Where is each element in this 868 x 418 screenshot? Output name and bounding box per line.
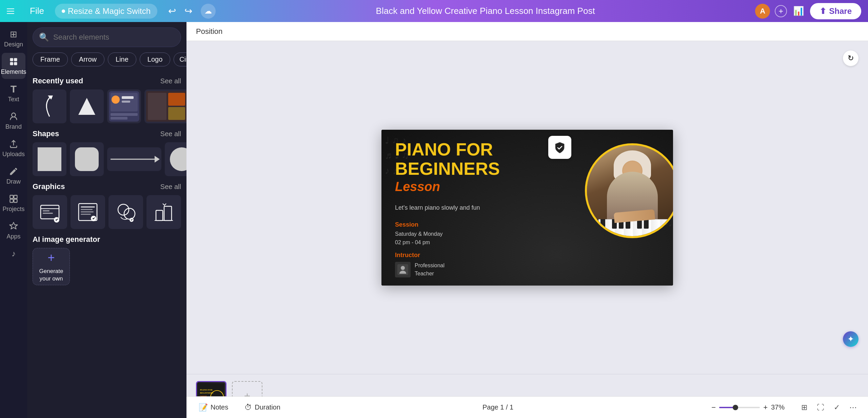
redo-button[interactable]: ↪	[182, 4, 195, 18]
notes-button[interactable]: 📝 Notes	[195, 400, 232, 415]
tag-circle[interactable]: Circle ›	[174, 53, 186, 66]
grid-view-button[interactable]: ⊞	[797, 401, 811, 414]
zoom-minus[interactable]: −	[711, 403, 716, 412]
duration-button[interactable]: ⏱ Duration	[240, 400, 284, 415]
sidebar-item-elements[interactable]: Elements	[2, 53, 25, 79]
tag-arrow[interactable]: Arrow	[71, 53, 104, 66]
graphics-title: Graphics	[33, 182, 65, 191]
sidebar-item-brand[interactable]: Brand	[2, 108, 25, 134]
recently-used-section: Recently used See all	[33, 77, 181, 85]
session-time: 02 pm - 04 pm	[395, 238, 443, 247]
shapes-section: Shapes See all	[33, 129, 181, 138]
user-avatar[interactable]: A	[755, 4, 770, 19]
more-options-button[interactable]: ⋯	[846, 401, 860, 414]
tag-line[interactable]: Line	[108, 53, 136, 66]
design-icon: ⊞	[8, 29, 19, 40]
recent-item-template[interactable]	[144, 89, 186, 123]
beginners-text: BEGINNERS	[395, 159, 500, 179]
resize-magic-switch-button[interactable]: Resize & Magic Switch	[55, 4, 157, 19]
share-button[interactable]: ⬆ Share	[810, 3, 861, 19]
position-label: Position	[196, 27, 222, 36]
shape-arrow-line[interactable]	[107, 147, 161, 171]
svg-rect-42	[164, 206, 172, 221]
graphics-grid	[33, 195, 181, 229]
graphic-item-4[interactable]	[146, 195, 181, 229]
graphics-see-all[interactable]: See all	[160, 183, 181, 191]
magic-assist-button[interactable]: ✦	[843, 331, 859, 347]
svg-rect-22	[38, 147, 61, 171]
sidebar-item-text[interactable]: T Text	[2, 80, 25, 106]
design-title-block: PIANO FOR BEGINNERS Lesson	[395, 140, 500, 195]
instructor-block: Intructor Professional Teacher	[395, 252, 445, 278]
sidebar-item-projects[interactable]: Projects	[2, 190, 25, 216]
position-bar: Position	[186, 22, 868, 41]
svg-rect-27	[41, 205, 59, 219]
session-block: Session Saturday & Monday 02 pm - 04 pm	[395, 221, 443, 247]
canvas-viewport[interactable]: ↻ ♩ ♫ ♪♬ ♩ ♫♪ ♬ ♩ 𝄞♬♫ PIANO FOR BEGI	[186, 41, 868, 374]
svg-rect-3	[14, 62, 17, 65]
shape-square[interactable]	[33, 142, 66, 176]
tag-logo[interactable]: Logo	[140, 53, 171, 66]
add-collaborator-button[interactable]: +	[775, 5, 787, 17]
ai-image-generator-section: AI image generator + Generate your own	[33, 235, 181, 285]
graphic-item-1[interactable]	[33, 195, 67, 229]
shape-rounded-rect[interactable]	[70, 142, 104, 176]
file-button[interactable]: File	[24, 3, 50, 19]
music-icon: ♪	[8, 248, 19, 259]
svg-rect-23	[75, 147, 99, 171]
svg-rect-16	[111, 113, 138, 116]
recently-used-see-all[interactable]: See all	[160, 77, 181, 85]
share-icon: ⬆	[820, 6, 826, 16]
tag-frame[interactable]: Frame	[33, 53, 68, 66]
left-navigation: ⊞ Design Elements T Text Brand	[0, 22, 27, 418]
zoom-plus[interactable]: +	[763, 403, 768, 412]
check-button[interactable]: ✓	[830, 401, 844, 414]
text-icon: T	[8, 84, 19, 95]
svg-rect-21	[168, 107, 185, 120]
sidebar-item-apps[interactable]: Apps	[2, 217, 25, 244]
search-bar[interactable]: 🔍	[33, 27, 181, 47]
instructor-name: Professional Teacher	[415, 262, 445, 278]
recent-item-social-graphic[interactable]	[107, 89, 141, 123]
svg-point-38	[118, 204, 129, 215]
svg-rect-20	[168, 93, 185, 106]
graphic-item-2[interactable]	[71, 195, 105, 229]
shapes-title: Shapes	[33, 129, 59, 138]
view-options: ⊞ ⛶ ✓ ⋯	[797, 401, 860, 414]
svg-marker-10	[78, 98, 95, 115]
ai-section-title: AI image generator	[33, 235, 181, 244]
zoom-slider[interactable]	[719, 407, 760, 408]
cloud-save-button[interactable]: ☁	[201, 4, 216, 19]
design-canvas[interactable]: ♩ ♫ ♪♬ ♩ ♫♪ ♬ ♩ 𝄞♬♫ PIANO FOR BEGINNERS …	[381, 130, 673, 286]
search-input[interactable]	[53, 33, 175, 42]
svg-rect-6	[14, 195, 17, 198]
ai-generate-button[interactable]: + Generate your own	[33, 248, 70, 285]
svg-rect-8	[14, 199, 17, 202]
svg-point-4	[12, 113, 16, 117]
svg-rect-7	[10, 199, 13, 202]
recent-item-arrow[interactable]	[33, 89, 66, 123]
graphics-section: Graphics See all	[33, 182, 181, 191]
quick-tags-bar: Frame Arrow Line Logo Circle ›	[27, 53, 186, 70]
refresh-button[interactable]: ↻	[843, 50, 859, 66]
undo-button[interactable]: ↩	[165, 4, 179, 18]
shapes-grid: ›	[33, 142, 181, 176]
panel-content: Recently used See all	[27, 70, 186, 418]
sidebar-item-design[interactable]: ⊞ Design	[2, 25, 25, 51]
analytics-button[interactable]: 📊	[792, 4, 805, 18]
uploads-icon	[8, 139, 19, 149]
zoom-control: − + 37%	[711, 403, 789, 412]
shape-circle[interactable]	[165, 142, 186, 176]
svg-rect-41	[156, 210, 163, 221]
shapes-see-all[interactable]: See all	[160, 130, 181, 138]
graphic-item-3[interactable]	[108, 195, 143, 229]
sidebar-item-music[interactable]: ♪	[2, 245, 25, 264]
recent-item-triangle[interactable]	[70, 89, 104, 123]
projects-icon	[8, 193, 19, 204]
sidebar-item-uploads[interactable]: Uploads	[2, 135, 25, 161]
hamburger-menu[interactable]	[7, 5, 19, 17]
fullscreen-button[interactable]: ⛶	[814, 401, 827, 414]
svg-point-13	[112, 96, 120, 104]
zoom-thumb[interactable]	[733, 405, 738, 410]
sidebar-item-draw[interactable]: Draw	[2, 163, 25, 189]
